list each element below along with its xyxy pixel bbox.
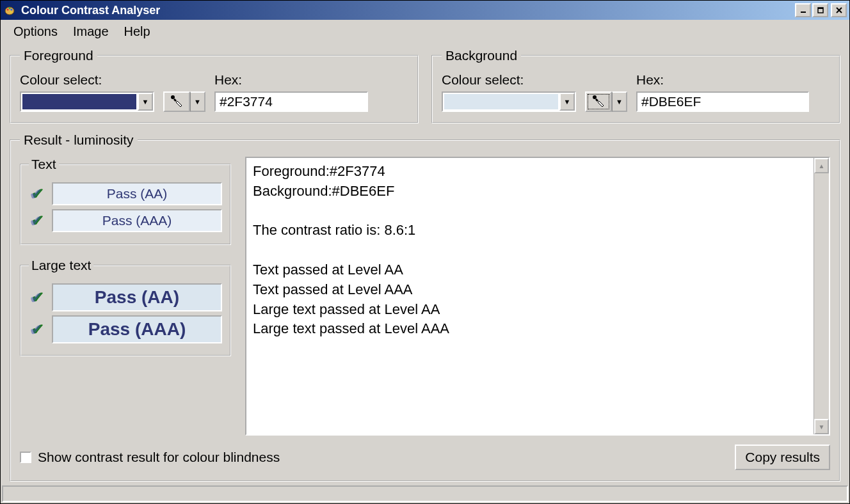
- background-legend: Background: [442, 48, 521, 63]
- svg-point-1: [7, 9, 9, 11]
- bg-hex-input[interactable]: [636, 91, 809, 112]
- text-aaa-badge: Pass (AAA): [52, 209, 222, 232]
- menu-options[interactable]: Options: [10, 23, 61, 40]
- scroll-down-icon[interactable]: ▼: [814, 419, 829, 434]
- scrollbar[interactable]: ▲ ▼: [814, 158, 829, 434]
- background-group: Background Colour select: ▼ ▼: [431, 48, 840, 123]
- minimize-button[interactable]: [795, 3, 811, 17]
- result-output-text: Foreground:#2F3774 Background:#DBE6EF Th…: [246, 158, 814, 434]
- svg-point-11: [593, 95, 597, 99]
- svg-point-3: [11, 9, 13, 11]
- result-legend: Result - luminosity: [20, 132, 138, 148]
- result-output[interactable]: Foreground:#2F3774 Background:#DBE6EF Th…: [245, 157, 830, 436]
- statusbar: [2, 485, 848, 502]
- large-text-legend: Large text: [29, 258, 93, 273]
- client-area: Foreground Colour select: ▼ ▼: [1, 43, 849, 484]
- bg-hex-label: Hex:: [636, 72, 830, 88]
- svg-point-2: [9, 8, 11, 10]
- check-icon: [29, 212, 47, 230]
- svg-point-4: [10, 12, 12, 13]
- scroll-up-icon[interactable]: ▲: [814, 158, 829, 173]
- app-window: Colour Contrast Analyser Options Image H…: [0, 0, 850, 504]
- fg-swatch: [22, 94, 136, 109]
- foreground-legend: Foreground: [20, 48, 97, 63]
- fg-eyedropper[interactable]: ▼: [163, 91, 205, 112]
- eyedropper-icon: [591, 93, 605, 111]
- check-icon: [29, 288, 47, 306]
- menu-help[interactable]: Help: [120, 23, 154, 40]
- text-aa-badge: Pass (AA): [52, 182, 222, 205]
- chevron-down-icon[interactable]: ▼: [612, 91, 627, 112]
- copy-results-button[interactable]: Copy results: [735, 445, 830, 470]
- text-result-group: Text Pass (AA) Pass (AAA): [20, 157, 231, 245]
- maximize-button[interactable]: [812, 3, 828, 17]
- eyedropper-icon: [170, 93, 184, 111]
- large-aaa-badge: Pass (AAA): [52, 315, 222, 343]
- show-blindness-checkbox[interactable]: [20, 452, 31, 463]
- chevron-down-icon[interactable]: ▼: [190, 91, 205, 112]
- titlebar: Colour Contrast Analyser: [1, 1, 849, 20]
- fg-hex-input[interactable]: [214, 91, 368, 112]
- check-icon: [29, 185, 47, 203]
- window-title: Colour Contrast Analyser: [21, 4, 795, 17]
- large-text-result-group: Large text Pass (AA) Pass (AAA): [20, 258, 231, 356]
- app-icon: [3, 4, 16, 17]
- result-group: Result - luminosity Text Pass (AA) Pass …: [10, 132, 840, 482]
- menubar: Options Image Help: [1, 20, 849, 43]
- bg-colour-select-label: Colour select:: [442, 72, 576, 88]
- fg-colour-select[interactable]: ▼: [20, 91, 154, 112]
- fg-colour-select-label: Colour select:: [20, 72, 154, 88]
- foreground-group: Foreground Colour select: ▼ ▼: [10, 48, 419, 123]
- check-icon: [29, 320, 47, 338]
- svg-point-10: [171, 95, 175, 99]
- chevron-down-icon[interactable]: ▼: [559, 93, 575, 111]
- bg-colour-select[interactable]: ▼: [442, 91, 576, 112]
- bg-swatch: [444, 94, 558, 109]
- chevron-down-icon[interactable]: ▼: [138, 93, 153, 111]
- show-blindness-label: Show contrast result for colour blindnes…: [38, 450, 280, 465]
- text-legend: Text: [29, 157, 59, 172]
- bg-eyedropper[interactable]: ▼: [585, 91, 627, 112]
- large-aa-badge: Pass (AA): [52, 283, 222, 311]
- fg-hex-label: Hex:: [214, 72, 408, 88]
- close-button[interactable]: [831, 3, 847, 17]
- menu-image[interactable]: Image: [69, 23, 113, 40]
